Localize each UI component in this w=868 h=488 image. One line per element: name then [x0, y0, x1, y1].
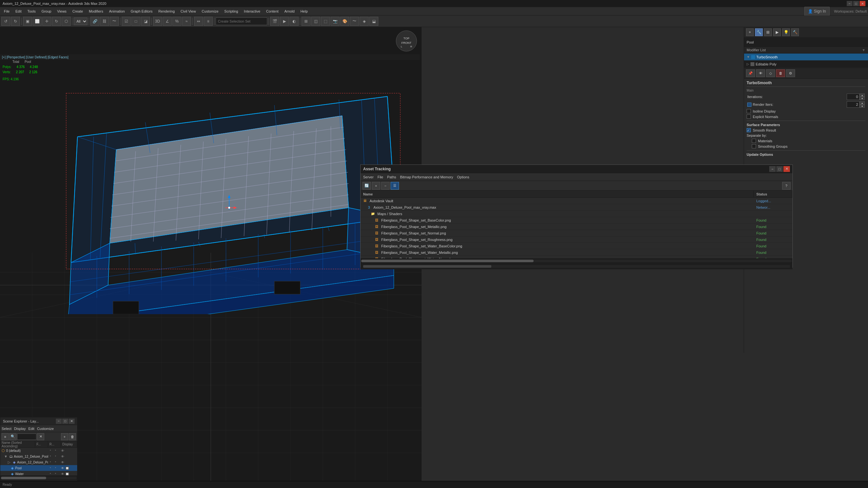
rotate-button[interactable]: ↻ — [52, 17, 61, 26]
make-unique-button[interactable]: ◇ — [766, 69, 775, 77]
menu-create[interactable]: Create — [70, 8, 86, 15]
render-scene-button[interactable]: ▶ — [280, 17, 289, 26]
menu-rendering[interactable]: Rendering — [156, 8, 178, 15]
modifier-turbosm[interactable]: ▼ TurboSmooth — [744, 54, 868, 61]
iterations-up-button[interactable]: ▲ — [860, 94, 865, 97]
show-end-result-button[interactable]: 👁 — [756, 69, 765, 77]
menu-interactive[interactable]: Interactive — [242, 8, 263, 15]
se-filter-btn[interactable]: ≡ — [2, 433, 9, 440]
at-menu-paths[interactable]: Paths — [387, 175, 396, 179]
se-row-axiom-mesh[interactable]: ▷ ◈ Axiom_12_Deluxe_Pool * * 👁 — [0, 459, 77, 465]
render-iters-up-button[interactable]: ▲ — [860, 101, 865, 104]
menu-help[interactable]: Help — [298, 8, 311, 15]
at-row-water-normal[interactable]: 🖼 Fiberglass_Pool_Shape_set_Water_Normal… — [361, 256, 793, 258]
maximize-button[interactable]: □ — [853, 1, 859, 6]
motion-panel-icon[interactable]: ▶ — [773, 28, 781, 36]
explicit-normals-checkbox[interactable] — [747, 115, 751, 119]
at-row-vault[interactable]: 🏛 Autodesk Vault Logged... — [361, 198, 793, 204]
snap-angle-button[interactable]: ∠ — [163, 17, 172, 26]
at-menu-server[interactable]: Server — [363, 175, 373, 179]
undo-button[interactable]: ↺ — [1, 17, 10, 26]
menu-edit[interactable]: Edit — [13, 8, 24, 15]
render-iters-down-button[interactable]: ▼ — [860, 104, 865, 108]
snap3d-button[interactable]: 3D — [153, 17, 162, 26]
render-frame-button[interactable]: 🎬 — [270, 17, 279, 26]
at-minimize-button[interactable]: − — [769, 166, 776, 172]
se-close-button[interactable]: ✕ — [69, 419, 74, 424]
menu-animation[interactable]: Animation — [106, 8, 127, 15]
display-panel-icon[interactable]: 💡 — [782, 28, 790, 36]
se-delete-btn[interactable]: 🗑 — [69, 433, 76, 440]
object-name-field[interactable]: Pool — [744, 38, 868, 47]
pin-stack-button[interactable]: 📌 — [746, 69, 755, 77]
se-minimize-button[interactable]: − — [56, 419, 62, 424]
toggle-camera-button[interactable]: 📷 — [331, 17, 340, 26]
select-object-button[interactable]: ▣ — [23, 17, 32, 26]
se-menu-display[interactable]: Display — [14, 427, 26, 431]
scale-button[interactable]: ⬡ — [62, 17, 71, 26]
snap-spinner-button[interactable]: ≈ — [182, 17, 191, 26]
configure-modifier-sets-button[interactable]: ⚙ — [786, 69, 795, 77]
at-menu-file[interactable]: File — [377, 175, 383, 179]
render-iters-input[interactable]: 2 — [847, 101, 860, 108]
utilities-panel-icon[interactable]: 🔨 — [791, 28, 799, 36]
remove-modifier-button[interactable]: 🗑 — [776, 69, 785, 77]
menu-tools[interactable]: Tools — [25, 8, 38, 15]
render-iters-spinbox[interactable]: 2 ▲ ▼ — [847, 101, 865, 108]
menu-civil-view[interactable]: Civil View — [178, 8, 198, 15]
select-invert-button[interactable]: ◪ — [141, 17, 150, 26]
se-clear-btn[interactable]: ✕ — [37, 433, 44, 440]
se-scrollbar-thumb[interactable] — [1, 477, 46, 479]
isoline-display-checkbox[interactable] — [747, 109, 751, 113]
menu-arnold[interactable]: Arnold — [282, 8, 297, 15]
smooth-result-checkbox[interactable]: ✓ — [747, 128, 751, 132]
toggle-grid-button[interactable]: ⊞ — [302, 17, 311, 26]
at-list-view-btn[interactable]: ☰ — [391, 182, 399, 190]
se-menu-select[interactable]: Select — [2, 427, 11, 431]
at-row-basecolor[interactable]: 🖼 Fiberglass_Pool_Shape_set_BaseColor.pn… — [361, 217, 793, 224]
at-add-btn[interactable]: + — [372, 182, 380, 190]
selection-filter-dropdown[interactable]: All — [73, 18, 88, 25]
se-search-input[interactable] — [17, 433, 36, 440]
snap-percent-button[interactable]: % — [173, 17, 181, 26]
display-safe-frames-button[interactable]: ⬚ — [321, 17, 330, 26]
active-shade-button[interactable]: ◐ — [289, 17, 299, 26]
redo-button[interactable]: ↻ — [11, 17, 20, 26]
at-menu-bitmap[interactable]: Bitmap Performance and Memory — [400, 175, 453, 179]
at-remove-btn[interactable]: − — [381, 182, 390, 190]
hierarchy-panel-icon[interactable]: ⊞ — [764, 28, 772, 36]
link-button[interactable]: 🔗 — [90, 17, 99, 26]
at-refresh-btn[interactable]: 🔄 — [363, 182, 371, 190]
at-maximize-button[interactable]: □ — [776, 166, 783, 172]
render-iters-checkbox[interactable] — [747, 103, 751, 107]
se-row-pool[interactable]: ◈ Pool * * 👁 🔲 — [0, 465, 77, 471]
at-row-maxfile[interactable]: 3 Axiom_12_Deluxe_Pool_max_vray.max Netw… — [361, 204, 793, 210]
iterations-input[interactable]: 0 — [847, 94, 860, 100]
menu-views[interactable]: Views — [55, 8, 69, 15]
create-panel-icon[interactable]: + — [746, 28, 754, 36]
se-menu-edit[interactable]: Edit — [28, 427, 35, 431]
select-all-button[interactable]: ☑ — [122, 17, 131, 26]
se-add-layer-btn[interactable]: + — [61, 433, 68, 440]
menu-content[interactable]: Content — [264, 8, 281, 15]
bind-to-space-warp-button[interactable]: 〜 — [110, 17, 119, 26]
se-row-axiom-group[interactable]: ▼ 🗂 Axiom_12_Deluxe_Pool * * 👁 — [0, 454, 77, 459]
move-button[interactable]: ✛ — [42, 17, 51, 26]
at-row-roughness[interactable]: 🖼 Fiberglass_Pool_Shape_set_Roughness.pn… — [361, 236, 793, 243]
at-row-metallic[interactable]: 🖼 Fiberglass_Pool_Shape_set_Metallic.png… — [361, 224, 793, 230]
unlink-button[interactable]: ⛓ — [100, 17, 109, 26]
menu-customize[interactable]: Customize — [199, 8, 221, 15]
menu-scripting[interactable]: Scripting — [222, 8, 241, 15]
menu-graph-editors[interactable]: Graph Editors — [128, 8, 155, 15]
schematic-view-button[interactable]: ◈ — [360, 17, 369, 26]
at-row-water-metallic[interactable]: 🖼 Fiberglass_Pool_Shape_set_Water_Metall… — [361, 249, 793, 256]
materials-checkbox[interactable] — [752, 139, 756, 143]
menu-modifiers[interactable]: Modifiers — [86, 8, 106, 15]
align-button[interactable]: ≡ — [204, 17, 213, 26]
curve-editor-button[interactable]: 〜 — [350, 17, 359, 26]
se-search-btn[interactable]: 🔍 — [9, 433, 17, 440]
mirror-button[interactable]: ⇔ — [194, 17, 203, 26]
toggle-viewport-button[interactable]: ◫ — [311, 17, 320, 26]
se-scrollbar[interactable] — [0, 476, 77, 480]
at-menu-options[interactable]: Options — [457, 175, 469, 179]
